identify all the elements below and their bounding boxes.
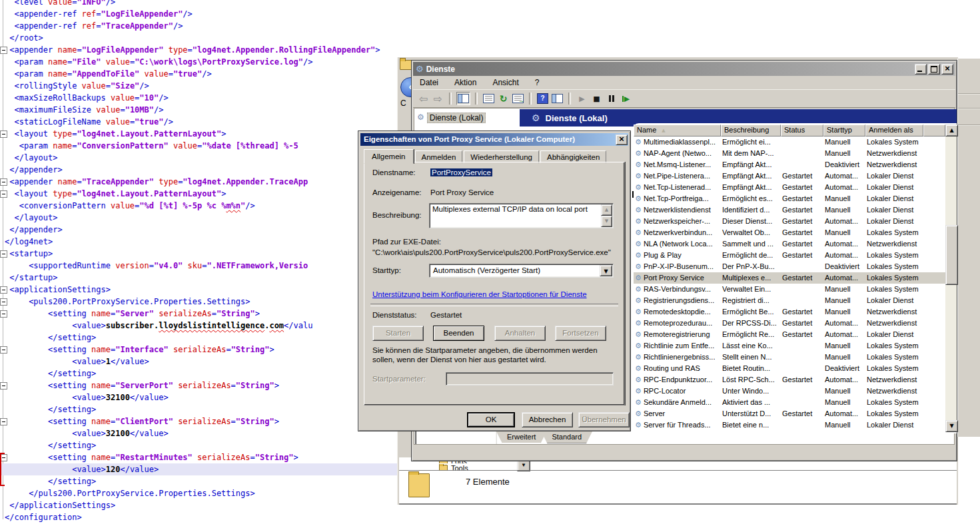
table-row[interactable]: ⚙RPC-LocatorUnter Windo...ManuellNetzwer…: [634, 386, 957, 397]
scroll-down-icon[interactable]: ▼: [601, 216, 612, 227]
table-row[interactable]: ⚙RAS-Verbindungsv...Verwaltet Ein...Manu…: [634, 284, 957, 295]
table-row[interactable]: ⚙Richtlinie zum Entfe...Lässt eine Ko...…: [634, 340, 957, 352]
code-line[interactable]: <conversionPattern value="%d [%t] %-5p %…: [5, 200, 397, 212]
properties-icon[interactable]: [482, 93, 495, 105]
ok-button[interactable]: OK: [467, 412, 515, 427]
code-line[interactable]: <rollingStyle value="Size"/>: [5, 80, 397, 92]
fold-toggle-icon[interactable]: [0, 382, 7, 390]
table-row[interactable]: ⚙Net.Pipe-Listenera...Empfängt Akt...Ges…: [634, 170, 957, 182]
code-line[interactable]: <value>120</value>: [0, 463, 397, 475]
tab-standard[interactable]: Standard: [541, 431, 592, 443]
back-icon[interactable]: [417, 93, 430, 105]
dienstname-value[interactable]: PortProxyService: [430, 168, 492, 176]
fold-toggle-icon[interactable]: [0, 250, 7, 258]
code-line[interactable]: <appender name="TraceAppender" type="log…: [5, 176, 397, 188]
minimize-button[interactable]: [915, 64, 927, 75]
code-line[interactable]: <appender name="LogFileAppender" type="l…: [5, 44, 397, 56]
code-line[interactable]: </setting>: [5, 332, 397, 344]
code-line[interactable]: <appender-ref ref="LogFileAppender"/>: [5, 8, 397, 20]
tree-item-dienste-lokal[interactable]: ⚙ Dienste (Lokal): [417, 112, 486, 123]
table-row[interactable]: ⚙ServerUnterstützt D...GestartetAutomat.…: [634, 408, 957, 419]
code-line[interactable]: <puls200.PortProxyService.Properties.Set…: [5, 296, 397, 308]
code-line[interactable]: <maximumFileSize value="10MB"/>: [5, 104, 397, 116]
fold-toggle-icon[interactable]: [0, 310, 7, 318]
code-line[interactable]: <setting name="RestartMinutes" serialize…: [5, 451, 397, 463]
table-row[interactable]: ⚙Netzwerkspeicher-...Dieser Dienst...Ges…: [634, 216, 957, 227]
menu-aktion[interactable]: Aktion: [454, 78, 476, 87]
code-line[interactable]: </log4net>: [5, 236, 397, 248]
fold-toggle-icon[interactable]: [0, 298, 7, 306]
code-line[interactable]: <layout type="log4net.Layout.PatternLayo…: [5, 128, 397, 140]
menu-ansicht[interactable]: Ansicht: [492, 78, 518, 87]
vertical-scrollbar[interactable]: ▲ ▼: [945, 125, 957, 432]
dialog-titlebar[interactable]: Eigenschaften von Port Proxy Service (Lo…: [360, 133, 628, 146]
restart-service-icon[interactable]: [620, 93, 632, 105]
scroll-down-icon[interactable]: ▼: [945, 420, 958, 432]
tab-allgemein[interactable]: Allgemein: [364, 149, 414, 164]
code-line[interactable]: </configuration>: [5, 511, 397, 523]
table-row[interactable]: ⚙RPC-Endpunktzuor...Löst RPC-Sch...Gesta…: [634, 374, 957, 386]
table-row[interactable]: ⚙RemoteregistrierungErmöglicht Re...Gest…: [634, 329, 957, 340]
code-line[interactable]: <supportedRuntime version="v4.0" sku=".N…: [5, 260, 397, 272]
code-line[interactable]: <param name="AppendToFile" value="true"/…: [5, 68, 397, 80]
table-row[interactable]: ⚙Net.Tcp-Portfreiga...Ermöglicht es...Ge…: [634, 193, 957, 204]
code-line[interactable]: <layout type="log4net.Layout.PatternLayo…: [5, 188, 397, 200]
starttyp-combobox[interactable]: Automatisch (Verzögerter Start) ▼: [429, 264, 614, 278]
extended-view-icon[interactable]: [551, 93, 564, 105]
show-console-tree-icon[interactable]: [456, 92, 470, 105]
scroll-up-icon[interactable]: ▲: [945, 125, 958, 136]
table-row[interactable]: ⚙Net.Msmq-Listener...Empfängt Akt...Deak…: [634, 159, 957, 170]
window-titlebar[interactable]: ⚙ Dienste: [413, 62, 955, 76]
code-line[interactable]: </setting>: [5, 475, 397, 487]
table-row[interactable]: ⚙PnP-X-IP-Busenum...Der PnP-X-Bu...Deakt…: [634, 261, 957, 272]
code-line[interactable]: <param name="ConversionPattern" value="%…: [5, 140, 397, 152]
table-row[interactable]: ⚙Remoteprozedurau...Der RPCSS-Di...Gesta…: [634, 318, 957, 329]
code-line[interactable]: </puls200.PortProxyService.Properties.Se…: [5, 487, 397, 499]
abbrechen-button[interactable]: Abbrechen: [522, 412, 573, 427]
beschreibung-field[interactable]: Multiplexes external TCP/IP data on loca…: [429, 203, 614, 228]
help-icon[interactable]: ?: [536, 93, 549, 105]
menu-help[interactable]: ?: [535, 78, 540, 87]
table-row[interactable]: ⚙Server für Threads...Bietet eine n...Ma…: [634, 419, 957, 431]
code-line[interactable]: <setting name="Interface" serializeAs="S…: [5, 344, 397, 356]
fold-toggle-icon[interactable]: [0, 418, 7, 425]
code-line[interactable]: </setting>: [5, 403, 397, 415]
stop-service-icon[interactable]: [590, 93, 603, 105]
scrollbar-thumb[interactable]: [945, 225, 958, 285]
menu-datei[interactable]: Datei: [420, 78, 438, 87]
list-item[interactable]: Tools: [439, 464, 468, 470]
startoptions-help-link[interactable]: Unterstützung beim Konfigurieren der Sta…: [372, 290, 587, 298]
fold-toggle-icon[interactable]: [0, 190, 7, 198]
fold-toggle-icon[interactable]: [0, 286, 7, 294]
table-row[interactable]: ⚙NAP-Agent (Netwo...Mit dem NAP-...Manue…: [634, 148, 957, 159]
code-line[interactable]: </appender>: [5, 224, 397, 236]
column-header-2[interactable]: Status: [781, 125, 823, 136]
code-line[interactable]: <applicationSettings>: [5, 284, 397, 296]
code-line[interactable]: <level value="INFO"/>: [5, 0, 397, 8]
table-row[interactable]: ⚙Remotedesktopdie...Ermöglicht Be...Gest…: [634, 306, 957, 318]
code-line[interactable]: </layout>: [5, 152, 397, 164]
close-icon[interactable]: [616, 134, 628, 145]
code-line[interactable]: <maxSizeRollBackups value="10"/>: [5, 92, 397, 104]
code-line[interactable]: <setting name="ClientPort" serializeAs="…: [5, 415, 397, 427]
table-row[interactable]: ⚙Multimediaklassenpl...Ermöglicht ei...M…: [634, 136, 957, 148]
code-line[interactable]: </setting>: [5, 368, 397, 380]
table-row[interactable]: ⚙Port Proxy ServiceMultiplexes e...Gesta…: [634, 272, 957, 284]
table-row[interactable]: ⚙Sekundäre Anmeld...Aktiviert das ...Man…: [634, 397, 957, 408]
code-line[interactable]: <value>subscriber.lloydslistintelligence…: [5, 320, 397, 332]
code-line[interactable]: </layout>: [5, 212, 397, 224]
column-header-0[interactable]: Name▲: [634, 125, 721, 136]
forward-icon[interactable]: [432, 93, 444, 105]
code-line[interactable]: <value>32100</value>: [5, 392, 397, 403]
column-header-3[interactable]: Starttyp: [823, 125, 865, 136]
code-line[interactable]: </setting>: [5, 439, 397, 451]
start-service-icon[interactable]: [576, 93, 588, 105]
table-row[interactable]: ⚙Registrierungsdiens...Registriert di...…: [634, 295, 957, 306]
column-header-1[interactable]: Beschreibung: [721, 125, 781, 136]
table-row[interactable]: ⚙NetzwerklistendienstIdentifiziert d...G…: [634, 204, 957, 216]
export-list-icon[interactable]: →: [512, 93, 524, 105]
fold-toggle-icon[interactable]: [0, 47, 7, 54]
pause-service-icon[interactable]: [605, 93, 618, 105]
code-line[interactable]: </root>: [5, 32, 397, 44]
beenden-button[interactable]: Beenden: [433, 326, 484, 341]
